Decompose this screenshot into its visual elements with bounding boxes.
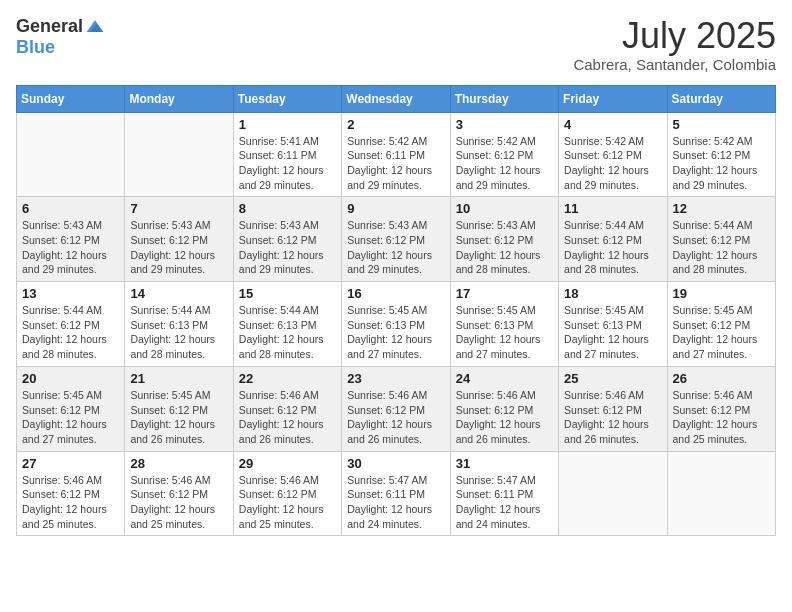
- calendar-day-cell: 10Sunrise: 5:43 AMSunset: 6:12 PMDayligh…: [450, 197, 558, 282]
- calendar-day-cell: 15Sunrise: 5:44 AMSunset: 6:13 PMDayligh…: [233, 282, 341, 367]
- calendar-day-cell: 27Sunrise: 5:46 AMSunset: 6:12 PMDayligh…: [17, 451, 125, 536]
- title-block: July 2025 Cabrera, Santander, Colombia: [573, 16, 776, 73]
- day-info: Sunrise: 5:46 AMSunset: 6:12 PMDaylight:…: [130, 473, 227, 532]
- day-number: 19: [673, 286, 770, 301]
- day-number: 22: [239, 371, 336, 386]
- calendar-day-cell: [559, 451, 667, 536]
- day-number: 20: [22, 371, 119, 386]
- calendar-day-cell: 20Sunrise: 5:45 AMSunset: 6:12 PMDayligh…: [17, 366, 125, 451]
- calendar-week-row: 6Sunrise: 5:43 AMSunset: 6:12 PMDaylight…: [17, 197, 776, 282]
- day-number: 17: [456, 286, 553, 301]
- day-info: Sunrise: 5:45 AMSunset: 6:13 PMDaylight:…: [347, 303, 444, 362]
- calendar-day-cell: 7Sunrise: 5:43 AMSunset: 6:12 PMDaylight…: [125, 197, 233, 282]
- day-number: 25: [564, 371, 661, 386]
- day-info: Sunrise: 5:43 AMSunset: 6:12 PMDaylight:…: [22, 218, 119, 277]
- day-number: 1: [239, 117, 336, 132]
- calendar-day-cell: [125, 112, 233, 197]
- day-info: Sunrise: 5:44 AMSunset: 6:12 PMDaylight:…: [22, 303, 119, 362]
- day-number: 12: [673, 201, 770, 216]
- calendar-day-cell: [17, 112, 125, 197]
- logo-icon: [85, 17, 105, 37]
- day-info: Sunrise: 5:46 AMSunset: 6:12 PMDaylight:…: [564, 388, 661, 447]
- day-number: 2: [347, 117, 444, 132]
- calendar-day-cell: 2Sunrise: 5:42 AMSunset: 6:11 PMDaylight…: [342, 112, 450, 197]
- day-number: 31: [456, 456, 553, 471]
- day-info: Sunrise: 5:47 AMSunset: 6:11 PMDaylight:…: [347, 473, 444, 532]
- calendar-header-row: SundayMondayTuesdayWednesdayThursdayFrid…: [17, 85, 776, 112]
- page-header: General Blue July 2025 Cabrera, Santande…: [16, 16, 776, 73]
- day-number: 5: [673, 117, 770, 132]
- calendar-day-cell: 23Sunrise: 5:46 AMSunset: 6:12 PMDayligh…: [342, 366, 450, 451]
- day-number: 7: [130, 201, 227, 216]
- calendar-day-cell: 28Sunrise: 5:46 AMSunset: 6:12 PMDayligh…: [125, 451, 233, 536]
- calendar-day-cell: 13Sunrise: 5:44 AMSunset: 6:12 PMDayligh…: [17, 282, 125, 367]
- calendar-day-cell: 18Sunrise: 5:45 AMSunset: 6:13 PMDayligh…: [559, 282, 667, 367]
- day-info: Sunrise: 5:43 AMSunset: 6:12 PMDaylight:…: [347, 218, 444, 277]
- day-of-week-header: Sunday: [17, 85, 125, 112]
- day-info: Sunrise: 5:47 AMSunset: 6:11 PMDaylight:…: [456, 473, 553, 532]
- calendar-day-cell: 26Sunrise: 5:46 AMSunset: 6:12 PMDayligh…: [667, 366, 775, 451]
- calendar-week-row: 27Sunrise: 5:46 AMSunset: 6:12 PMDayligh…: [17, 451, 776, 536]
- day-number: 16: [347, 286, 444, 301]
- day-info: Sunrise: 5:41 AMSunset: 6:11 PMDaylight:…: [239, 134, 336, 193]
- day-info: Sunrise: 5:44 AMSunset: 6:13 PMDaylight:…: [239, 303, 336, 362]
- day-number: 21: [130, 371, 227, 386]
- day-of-week-header: Wednesday: [342, 85, 450, 112]
- calendar-day-cell: 8Sunrise: 5:43 AMSunset: 6:12 PMDaylight…: [233, 197, 341, 282]
- month-year-title: July 2025: [573, 16, 776, 56]
- calendar-day-cell: 24Sunrise: 5:46 AMSunset: 6:12 PMDayligh…: [450, 366, 558, 451]
- day-of-week-header: Monday: [125, 85, 233, 112]
- day-number: 18: [564, 286, 661, 301]
- day-number: 23: [347, 371, 444, 386]
- day-of-week-header: Tuesday: [233, 85, 341, 112]
- day-info: Sunrise: 5:42 AMSunset: 6:11 PMDaylight:…: [347, 134, 444, 193]
- day-info: Sunrise: 5:46 AMSunset: 6:12 PMDaylight:…: [22, 473, 119, 532]
- calendar-day-cell: 6Sunrise: 5:43 AMSunset: 6:12 PMDaylight…: [17, 197, 125, 282]
- day-number: 3: [456, 117, 553, 132]
- calendar-day-cell: 29Sunrise: 5:46 AMSunset: 6:12 PMDayligh…: [233, 451, 341, 536]
- day-info: Sunrise: 5:43 AMSunset: 6:12 PMDaylight:…: [130, 218, 227, 277]
- calendar-week-row: 13Sunrise: 5:44 AMSunset: 6:12 PMDayligh…: [17, 282, 776, 367]
- logo-general-text: General: [16, 16, 83, 37]
- day-info: Sunrise: 5:44 AMSunset: 6:12 PMDaylight:…: [564, 218, 661, 277]
- day-number: 29: [239, 456, 336, 471]
- day-info: Sunrise: 5:46 AMSunset: 6:12 PMDaylight:…: [239, 473, 336, 532]
- day-info: Sunrise: 5:45 AMSunset: 6:12 PMDaylight:…: [673, 303, 770, 362]
- calendar-week-row: 1Sunrise: 5:41 AMSunset: 6:11 PMDaylight…: [17, 112, 776, 197]
- calendar-day-cell: 12Sunrise: 5:44 AMSunset: 6:12 PMDayligh…: [667, 197, 775, 282]
- day-info: Sunrise: 5:46 AMSunset: 6:12 PMDaylight:…: [673, 388, 770, 447]
- calendar-day-cell: [667, 451, 775, 536]
- calendar-day-cell: 31Sunrise: 5:47 AMSunset: 6:11 PMDayligh…: [450, 451, 558, 536]
- calendar-day-cell: 16Sunrise: 5:45 AMSunset: 6:13 PMDayligh…: [342, 282, 450, 367]
- day-info: Sunrise: 5:46 AMSunset: 6:12 PMDaylight:…: [456, 388, 553, 447]
- day-info: Sunrise: 5:46 AMSunset: 6:12 PMDaylight:…: [347, 388, 444, 447]
- day-number: 30: [347, 456, 444, 471]
- calendar-day-cell: 1Sunrise: 5:41 AMSunset: 6:11 PMDaylight…: [233, 112, 341, 197]
- day-number: 8: [239, 201, 336, 216]
- calendar-day-cell: 5Sunrise: 5:42 AMSunset: 6:12 PMDaylight…: [667, 112, 775, 197]
- day-info: Sunrise: 5:46 AMSunset: 6:12 PMDaylight:…: [239, 388, 336, 447]
- day-number: 4: [564, 117, 661, 132]
- calendar-day-cell: 17Sunrise: 5:45 AMSunset: 6:13 PMDayligh…: [450, 282, 558, 367]
- day-of-week-header: Friday: [559, 85, 667, 112]
- calendar-day-cell: 11Sunrise: 5:44 AMSunset: 6:12 PMDayligh…: [559, 197, 667, 282]
- day-number: 11: [564, 201, 661, 216]
- calendar-day-cell: 9Sunrise: 5:43 AMSunset: 6:12 PMDaylight…: [342, 197, 450, 282]
- day-info: Sunrise: 5:45 AMSunset: 6:12 PMDaylight:…: [22, 388, 119, 447]
- day-info: Sunrise: 5:42 AMSunset: 6:12 PMDaylight:…: [673, 134, 770, 193]
- day-info: Sunrise: 5:43 AMSunset: 6:12 PMDaylight:…: [456, 218, 553, 277]
- day-info: Sunrise: 5:42 AMSunset: 6:12 PMDaylight:…: [456, 134, 553, 193]
- day-number: 14: [130, 286, 227, 301]
- calendar-day-cell: 25Sunrise: 5:46 AMSunset: 6:12 PMDayligh…: [559, 366, 667, 451]
- calendar-day-cell: 14Sunrise: 5:44 AMSunset: 6:13 PMDayligh…: [125, 282, 233, 367]
- day-of-week-header: Saturday: [667, 85, 775, 112]
- day-number: 9: [347, 201, 444, 216]
- calendar-table: SundayMondayTuesdayWednesdayThursdayFrid…: [16, 85, 776, 537]
- day-info: Sunrise: 5:45 AMSunset: 6:12 PMDaylight:…: [130, 388, 227, 447]
- calendar-day-cell: 21Sunrise: 5:45 AMSunset: 6:12 PMDayligh…: [125, 366, 233, 451]
- calendar-week-row: 20Sunrise: 5:45 AMSunset: 6:12 PMDayligh…: [17, 366, 776, 451]
- day-info: Sunrise: 5:45 AMSunset: 6:13 PMDaylight:…: [456, 303, 553, 362]
- day-number: 15: [239, 286, 336, 301]
- calendar-day-cell: 22Sunrise: 5:46 AMSunset: 6:12 PMDayligh…: [233, 366, 341, 451]
- day-info: Sunrise: 5:44 AMSunset: 6:12 PMDaylight:…: [673, 218, 770, 277]
